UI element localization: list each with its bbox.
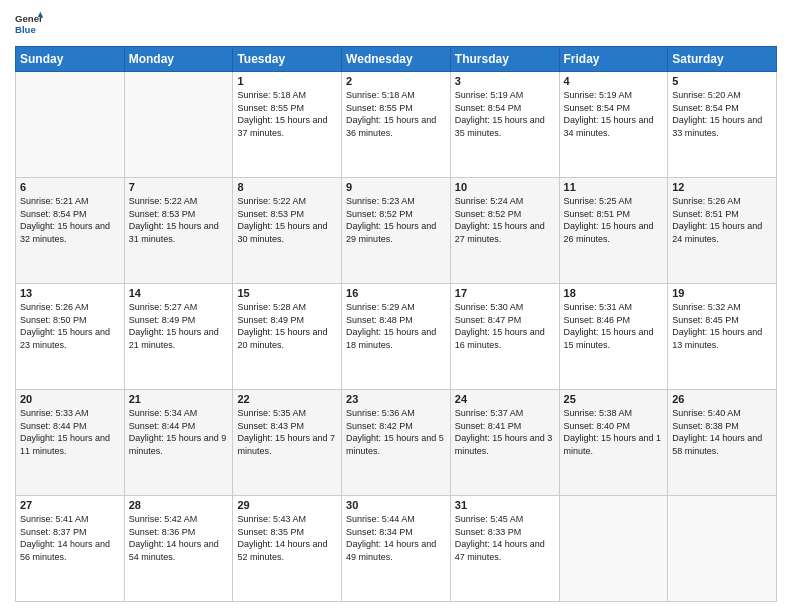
day-number: 12 bbox=[672, 181, 772, 193]
calendar-week-3: 13Sunrise: 5:26 AM Sunset: 8:50 PM Dayli… bbox=[16, 284, 777, 390]
day-info: Sunrise: 5:18 AM Sunset: 8:55 PM Dayligh… bbox=[237, 89, 337, 139]
day-info: Sunrise: 5:26 AM Sunset: 8:50 PM Dayligh… bbox=[20, 301, 120, 351]
day-number: 26 bbox=[672, 393, 772, 405]
day-number: 8 bbox=[237, 181, 337, 193]
day-info: Sunrise: 5:34 AM Sunset: 8:44 PM Dayligh… bbox=[129, 407, 229, 457]
calendar-cell: 4Sunrise: 5:19 AM Sunset: 8:54 PM Daylig… bbox=[559, 72, 668, 178]
day-number: 29 bbox=[237, 499, 337, 511]
day-number: 25 bbox=[564, 393, 664, 405]
day-info: Sunrise: 5:22 AM Sunset: 8:53 PM Dayligh… bbox=[129, 195, 229, 245]
calendar-cell: 5Sunrise: 5:20 AM Sunset: 8:54 PM Daylig… bbox=[668, 72, 777, 178]
day-number: 15 bbox=[237, 287, 337, 299]
day-number: 24 bbox=[455, 393, 555, 405]
calendar-cell: 16Sunrise: 5:29 AM Sunset: 8:48 PM Dayli… bbox=[342, 284, 451, 390]
day-number: 31 bbox=[455, 499, 555, 511]
page-header: General Blue bbox=[15, 10, 777, 38]
calendar-cell: 10Sunrise: 5:24 AM Sunset: 8:52 PM Dayli… bbox=[450, 178, 559, 284]
calendar-cell: 8Sunrise: 5:22 AM Sunset: 8:53 PM Daylig… bbox=[233, 178, 342, 284]
day-info: Sunrise: 5:26 AM Sunset: 8:51 PM Dayligh… bbox=[672, 195, 772, 245]
calendar-cell bbox=[16, 72, 125, 178]
calendar-cell: 27Sunrise: 5:41 AM Sunset: 8:37 PM Dayli… bbox=[16, 496, 125, 602]
calendar-cell: 15Sunrise: 5:28 AM Sunset: 8:49 PM Dayli… bbox=[233, 284, 342, 390]
calendar-table: SundayMondayTuesdayWednesdayThursdayFrid… bbox=[15, 46, 777, 602]
calendar-cell: 3Sunrise: 5:19 AM Sunset: 8:54 PM Daylig… bbox=[450, 72, 559, 178]
weekday-header-friday: Friday bbox=[559, 47, 668, 72]
day-info: Sunrise: 5:22 AM Sunset: 8:53 PM Dayligh… bbox=[237, 195, 337, 245]
day-info: Sunrise: 5:19 AM Sunset: 8:54 PM Dayligh… bbox=[455, 89, 555, 139]
calendar-cell: 12Sunrise: 5:26 AM Sunset: 8:51 PM Dayli… bbox=[668, 178, 777, 284]
calendar-week-5: 27Sunrise: 5:41 AM Sunset: 8:37 PM Dayli… bbox=[16, 496, 777, 602]
weekday-header-monday: Monday bbox=[124, 47, 233, 72]
calendar-cell: 1Sunrise: 5:18 AM Sunset: 8:55 PM Daylig… bbox=[233, 72, 342, 178]
day-number: 11 bbox=[564, 181, 664, 193]
weekday-header-sunday: Sunday bbox=[16, 47, 125, 72]
calendar-cell: 11Sunrise: 5:25 AM Sunset: 8:51 PM Dayli… bbox=[559, 178, 668, 284]
day-info: Sunrise: 5:38 AM Sunset: 8:40 PM Dayligh… bbox=[564, 407, 664, 457]
day-number: 28 bbox=[129, 499, 229, 511]
day-info: Sunrise: 5:25 AM Sunset: 8:51 PM Dayligh… bbox=[564, 195, 664, 245]
logo: General Blue bbox=[15, 10, 43, 38]
weekday-header-thursday: Thursday bbox=[450, 47, 559, 72]
day-number: 1 bbox=[237, 75, 337, 87]
day-info: Sunrise: 5:35 AM Sunset: 8:43 PM Dayligh… bbox=[237, 407, 337, 457]
calendar-cell: 22Sunrise: 5:35 AM Sunset: 8:43 PM Dayli… bbox=[233, 390, 342, 496]
day-info: Sunrise: 5:23 AM Sunset: 8:52 PM Dayligh… bbox=[346, 195, 446, 245]
calendar-cell: 7Sunrise: 5:22 AM Sunset: 8:53 PM Daylig… bbox=[124, 178, 233, 284]
day-info: Sunrise: 5:20 AM Sunset: 8:54 PM Dayligh… bbox=[672, 89, 772, 139]
calendar-week-1: 1Sunrise: 5:18 AM Sunset: 8:55 PM Daylig… bbox=[16, 72, 777, 178]
day-info: Sunrise: 5:33 AM Sunset: 8:44 PM Dayligh… bbox=[20, 407, 120, 457]
calendar-cell: 20Sunrise: 5:33 AM Sunset: 8:44 PM Dayli… bbox=[16, 390, 125, 496]
calendar-cell bbox=[124, 72, 233, 178]
day-info: Sunrise: 5:28 AM Sunset: 8:49 PM Dayligh… bbox=[237, 301, 337, 351]
day-number: 2 bbox=[346, 75, 446, 87]
calendar-week-2: 6Sunrise: 5:21 AM Sunset: 8:54 PM Daylig… bbox=[16, 178, 777, 284]
calendar-cell bbox=[559, 496, 668, 602]
day-number: 17 bbox=[455, 287, 555, 299]
day-info: Sunrise: 5:24 AM Sunset: 8:52 PM Dayligh… bbox=[455, 195, 555, 245]
day-number: 30 bbox=[346, 499, 446, 511]
calendar-week-4: 20Sunrise: 5:33 AM Sunset: 8:44 PM Dayli… bbox=[16, 390, 777, 496]
day-number: 27 bbox=[20, 499, 120, 511]
calendar-cell: 24Sunrise: 5:37 AM Sunset: 8:41 PM Dayli… bbox=[450, 390, 559, 496]
day-number: 9 bbox=[346, 181, 446, 193]
day-number: 20 bbox=[20, 393, 120, 405]
day-number: 14 bbox=[129, 287, 229, 299]
calendar-cell: 25Sunrise: 5:38 AM Sunset: 8:40 PM Dayli… bbox=[559, 390, 668, 496]
day-info: Sunrise: 5:32 AM Sunset: 8:45 PM Dayligh… bbox=[672, 301, 772, 351]
day-number: 10 bbox=[455, 181, 555, 193]
day-number: 21 bbox=[129, 393, 229, 405]
weekday-header-tuesday: Tuesday bbox=[233, 47, 342, 72]
calendar-cell: 21Sunrise: 5:34 AM Sunset: 8:44 PM Dayli… bbox=[124, 390, 233, 496]
calendar-cell: 31Sunrise: 5:45 AM Sunset: 8:33 PM Dayli… bbox=[450, 496, 559, 602]
day-info: Sunrise: 5:36 AM Sunset: 8:42 PM Dayligh… bbox=[346, 407, 446, 457]
day-info: Sunrise: 5:19 AM Sunset: 8:54 PM Dayligh… bbox=[564, 89, 664, 139]
logo-icon: General Blue bbox=[15, 10, 43, 38]
calendar-cell: 13Sunrise: 5:26 AM Sunset: 8:50 PM Dayli… bbox=[16, 284, 125, 390]
day-number: 7 bbox=[129, 181, 229, 193]
day-number: 19 bbox=[672, 287, 772, 299]
weekday-header-saturday: Saturday bbox=[668, 47, 777, 72]
calendar-cell: 17Sunrise: 5:30 AM Sunset: 8:47 PM Dayli… bbox=[450, 284, 559, 390]
calendar-cell: 28Sunrise: 5:42 AM Sunset: 8:36 PM Dayli… bbox=[124, 496, 233, 602]
calendar-cell: 6Sunrise: 5:21 AM Sunset: 8:54 PM Daylig… bbox=[16, 178, 125, 284]
day-info: Sunrise: 5:29 AM Sunset: 8:48 PM Dayligh… bbox=[346, 301, 446, 351]
calendar-cell: 18Sunrise: 5:31 AM Sunset: 8:46 PM Dayli… bbox=[559, 284, 668, 390]
day-info: Sunrise: 5:44 AM Sunset: 8:34 PM Dayligh… bbox=[346, 513, 446, 563]
svg-text:General: General bbox=[15, 13, 43, 24]
calendar-cell: 19Sunrise: 5:32 AM Sunset: 8:45 PM Dayli… bbox=[668, 284, 777, 390]
day-number: 3 bbox=[455, 75, 555, 87]
calendar-cell: 26Sunrise: 5:40 AM Sunset: 8:38 PM Dayli… bbox=[668, 390, 777, 496]
calendar-cell bbox=[668, 496, 777, 602]
day-number: 6 bbox=[20, 181, 120, 193]
day-info: Sunrise: 5:21 AM Sunset: 8:54 PM Dayligh… bbox=[20, 195, 120, 245]
day-info: Sunrise: 5:40 AM Sunset: 8:38 PM Dayligh… bbox=[672, 407, 772, 457]
day-number: 18 bbox=[564, 287, 664, 299]
day-number: 22 bbox=[237, 393, 337, 405]
day-number: 5 bbox=[672, 75, 772, 87]
svg-text:Blue: Blue bbox=[15, 24, 36, 35]
day-number: 16 bbox=[346, 287, 446, 299]
day-number: 23 bbox=[346, 393, 446, 405]
day-number: 4 bbox=[564, 75, 664, 87]
day-info: Sunrise: 5:30 AM Sunset: 8:47 PM Dayligh… bbox=[455, 301, 555, 351]
calendar-cell: 29Sunrise: 5:43 AM Sunset: 8:35 PM Dayli… bbox=[233, 496, 342, 602]
